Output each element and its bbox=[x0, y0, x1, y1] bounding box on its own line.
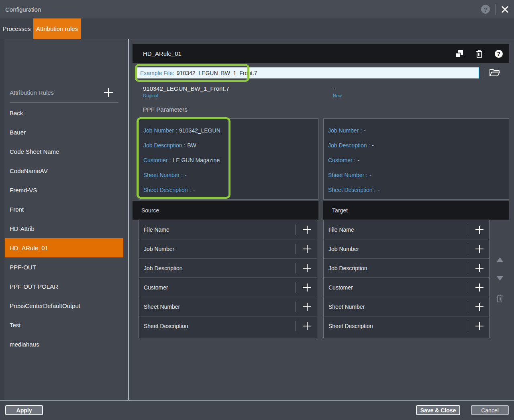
row-label: File Name bbox=[328, 226, 354, 233]
close-icon[interactable] bbox=[501, 5, 509, 14]
add-mapping-icon[interactable] bbox=[302, 244, 312, 254]
mapping-row[interactable]: Customer bbox=[324, 278, 489, 297]
example-file-input[interactable]: Example File: 910342_LEGUN_BW_1_Front.7 bbox=[137, 67, 479, 79]
sidebar-item[interactable]: PressCenterDefaultOutput bbox=[0, 296, 128, 315]
sidebar-item[interactable]: HD-Attrib bbox=[0, 219, 128, 238]
param-line: Job Description :BW bbox=[143, 142, 318, 149]
tab-attribution-rules[interactable]: Attribution rules bbox=[33, 18, 81, 39]
rule-header: HD_ARule_01 ? bbox=[133, 44, 509, 63]
mapping-row[interactable]: Sheet Description bbox=[139, 316, 317, 336]
param-line: Sheet Number :- bbox=[328, 172, 509, 178]
add-mapping-icon[interactable] bbox=[475, 302, 484, 312]
ppf-source-panel: Job Number :910342_LEGUN Job Description… bbox=[139, 118, 318, 200]
row-divider bbox=[468, 244, 468, 254]
sidebar-item[interactable]: PPF-OUT bbox=[0, 257, 128, 277]
browse-folder-icon[interactable] bbox=[489, 68, 500, 77]
add-mapping-icon[interactable] bbox=[302, 321, 312, 331]
mapping-row[interactable]: Sheet Number bbox=[139, 297, 317, 316]
source-mapping-list: File Name Job Number Job Description Cus… bbox=[139, 220, 317, 338]
input-divider bbox=[485, 68, 485, 78]
mapping-row[interactable]: Sheet Number bbox=[324, 297, 489, 316]
row-divider bbox=[468, 224, 468, 235]
tab-processes[interactable]: Processes bbox=[0, 18, 33, 39]
rule-name: HD_ARule_01 bbox=[133, 50, 182, 57]
sidebar: Attribution Rules Back Bauer Code Sheet … bbox=[0, 39, 128, 400]
add-mapping-icon[interactable] bbox=[302, 225, 312, 234]
mapping-row[interactable]: Sheet Description bbox=[324, 316, 489, 336]
row-divider bbox=[468, 302, 468, 312]
row-label: Job Number bbox=[144, 246, 174, 252]
mapping-row[interactable]: Job Number bbox=[324, 239, 489, 259]
mapping-row[interactable]: Job Description bbox=[324, 259, 489, 278]
dialog-title: Configuration bbox=[5, 6, 41, 13]
mapping-row[interactable]: Job Number bbox=[139, 239, 317, 259]
add-mapping-icon[interactable] bbox=[302, 302, 312, 312]
param-line: Job Number :- bbox=[328, 127, 509, 134]
configuration-dialog: Configuration ? Processes Attribution ru… bbox=[0, 0, 514, 420]
row-label: Job Description bbox=[328, 265, 367, 271]
sidebar-item[interactable]: mediahaus bbox=[0, 334, 128, 354]
target-header: Target bbox=[323, 201, 509, 220]
row-label: Sheet Number bbox=[328, 304, 365, 310]
delete-mapping-icon[interactable] bbox=[496, 294, 504, 302]
param-line: Job Description :- bbox=[328, 142, 509, 149]
add-mapping-icon[interactable] bbox=[475, 244, 484, 254]
rule-list: Back Bauer Code Sheet Name CodeNameAV Fr… bbox=[0, 103, 128, 354]
add-mapping-icon[interactable] bbox=[475, 225, 484, 234]
save-close-button[interactable]: Save & Close bbox=[416, 405, 460, 415]
row-label: Job Description bbox=[144, 265, 183, 271]
sidebar-item-selected[interactable]: HD_ARule_01 bbox=[5, 238, 123, 257]
example-file-prefix: Example File: bbox=[140, 70, 174, 76]
param-line: Customer :LE GUN Magazine bbox=[143, 157, 318, 163]
add-mapping-icon[interactable] bbox=[475, 263, 484, 273]
row-divider bbox=[296, 244, 296, 254]
sidebar-main-divider bbox=[128, 39, 129, 401]
add-mapping-icon[interactable] bbox=[475, 283, 484, 292]
sidebar-item[interactable]: CodeNameAV bbox=[0, 161, 128, 180]
param-line: Sheet Description :- bbox=[328, 187, 509, 193]
duplicate-icon[interactable] bbox=[455, 50, 463, 58]
mapping-row[interactable]: File Name bbox=[324, 220, 489, 239]
row-label: Customer bbox=[328, 284, 353, 291]
help-icon[interactable]: ? bbox=[481, 5, 490, 14]
add-mapping-icon[interactable] bbox=[302, 263, 312, 273]
add-rule-icon[interactable] bbox=[103, 87, 114, 98]
param-line: Sheet Description :- bbox=[143, 187, 318, 193]
sidebar-item[interactable]: Front bbox=[0, 200, 128, 219]
row-divider bbox=[468, 321, 468, 331]
row-divider bbox=[296, 282, 296, 293]
mapping-row[interactable]: File Name bbox=[139, 220, 317, 239]
example-file-value: 910342_LEGUN_BW_1_Front.7 bbox=[177, 70, 257, 76]
sidebar-title: Attribution Rules bbox=[10, 89, 54, 96]
move-up-icon[interactable] bbox=[497, 257, 503, 262]
sidebar-item[interactable]: Code Sheet Name bbox=[0, 142, 128, 161]
row-divider bbox=[468, 282, 468, 293]
row-divider bbox=[468, 263, 468, 273]
add-mapping-icon[interactable] bbox=[475, 321, 484, 331]
sidebar-item[interactable]: Test bbox=[0, 315, 128, 334]
delete-rule-icon[interactable] bbox=[475, 50, 483, 58]
ppf-parameters-title: PPF Parameters bbox=[143, 106, 188, 113]
original-file-name: 910342_LEGUN_BW_1_Front.7 bbox=[143, 85, 229, 92]
sidebar-item[interactable]: Back bbox=[0, 103, 128, 122]
original-label: Original bbox=[143, 93, 158, 98]
mapping-row[interactable]: Customer bbox=[139, 278, 317, 297]
sidebar-item[interactable]: PPF-OUT-POLAR bbox=[0, 277, 128, 296]
row-divider bbox=[296, 263, 296, 273]
apply-button[interactable]: Apply bbox=[5, 405, 43, 415]
row-label: Customer bbox=[144, 284, 168, 291]
new-label: New bbox=[333, 93, 342, 98]
row-divider bbox=[296, 224, 296, 235]
move-down-icon[interactable] bbox=[497, 276, 503, 281]
mapping-row[interactable]: Job Description bbox=[139, 259, 317, 278]
row-label: Sheet Description bbox=[144, 323, 188, 329]
sidebar-item[interactable]: Fremd-VS bbox=[0, 180, 128, 200]
cancel-button[interactable]: Cancel bbox=[471, 405, 509, 415]
sidebar-item[interactable]: Bauer bbox=[0, 122, 128, 142]
add-mapping-icon[interactable] bbox=[302, 283, 312, 292]
titlebar-divider bbox=[495, 4, 496, 15]
row-divider bbox=[296, 302, 296, 312]
target-mapping-list: File Name Job Number Job Description Cus… bbox=[323, 220, 490, 338]
param-line: Customer :- bbox=[328, 157, 509, 163]
rule-help-icon[interactable]: ? bbox=[495, 50, 503, 58]
